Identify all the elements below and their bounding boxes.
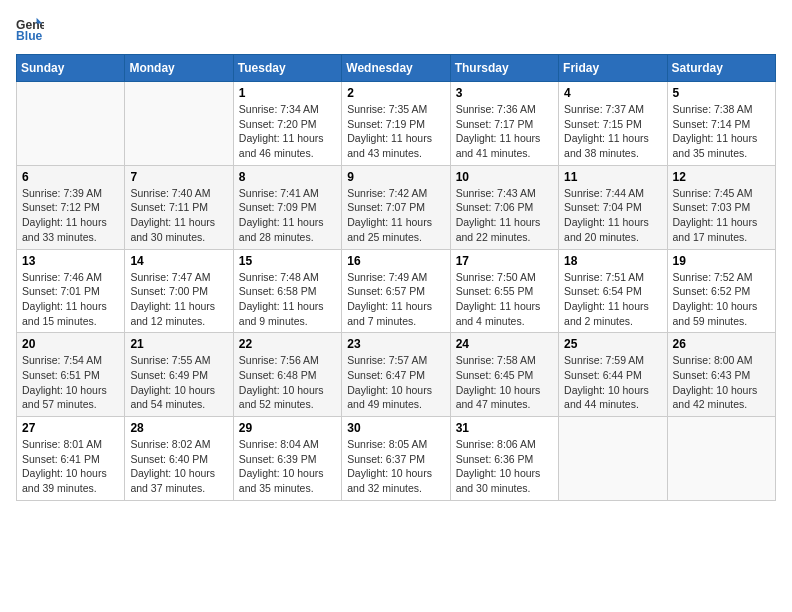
day-info: Sunrise: 7:58 AM Sunset: 6:45 PM Dayligh… <box>456 353 553 412</box>
calendar-cell: 22 Sunrise: 7:56 AM Sunset: 6:48 PM Dayl… <box>233 333 341 417</box>
sunset-time: Sunset: 7:04 PM <box>564 201 642 213</box>
day-number: 1 <box>239 86 336 100</box>
day-number: 10 <box>456 170 553 184</box>
sunrise-time: Sunrise: 7:39 AM <box>22 187 102 199</box>
logo-icon: General Blue <box>16 16 44 44</box>
day-info: Sunrise: 8:00 AM Sunset: 6:43 PM Dayligh… <box>673 353 770 412</box>
calendar-cell: 1 Sunrise: 7:34 AM Sunset: 7:20 PM Dayli… <box>233 82 341 166</box>
sunrise-time: Sunrise: 7:54 AM <box>22 354 102 366</box>
daylight-hours: Daylight: 11 hours and 28 minutes. <box>239 216 324 243</box>
daylight-hours: Daylight: 11 hours and 20 minutes. <box>564 216 649 243</box>
daylight-hours: Daylight: 10 hours and 42 minutes. <box>673 384 758 411</box>
day-number: 13 <box>22 254 119 268</box>
sunrise-time: Sunrise: 7:46 AM <box>22 271 102 283</box>
day-number: 16 <box>347 254 444 268</box>
sunrise-time: Sunrise: 7:36 AM <box>456 103 536 115</box>
calendar-cell: 8 Sunrise: 7:41 AM Sunset: 7:09 PM Dayli… <box>233 165 341 249</box>
daylight-hours: Daylight: 11 hours and 15 minutes. <box>22 300 107 327</box>
calendar-cell <box>125 82 233 166</box>
calendar-cell: 3 Sunrise: 7:36 AM Sunset: 7:17 PM Dayli… <box>450 82 558 166</box>
day-info: Sunrise: 7:34 AM Sunset: 7:20 PM Dayligh… <box>239 102 336 161</box>
sunrise-time: Sunrise: 7:43 AM <box>456 187 536 199</box>
day-number: 30 <box>347 421 444 435</box>
day-number: 5 <box>673 86 770 100</box>
weekday-header-saturday: Saturday <box>667 55 775 82</box>
daylight-hours: Daylight: 11 hours and 46 minutes. <box>239 132 324 159</box>
sunrise-time: Sunrise: 7:44 AM <box>564 187 644 199</box>
calendar-cell: 14 Sunrise: 7:47 AM Sunset: 7:00 PM Dayl… <box>125 249 233 333</box>
sunrise-time: Sunrise: 7:41 AM <box>239 187 319 199</box>
day-number: 12 <box>673 170 770 184</box>
daylight-hours: Daylight: 11 hours and 38 minutes. <box>564 132 649 159</box>
sunset-time: Sunset: 7:14 PM <box>673 118 751 130</box>
weekday-header-wednesday: Wednesday <box>342 55 450 82</box>
day-number: 14 <box>130 254 227 268</box>
calendar-cell: 4 Sunrise: 7:37 AM Sunset: 7:15 PM Dayli… <box>559 82 667 166</box>
calendar-cell: 24 Sunrise: 7:58 AM Sunset: 6:45 PM Dayl… <box>450 333 558 417</box>
daylight-hours: Daylight: 10 hours and 32 minutes. <box>347 467 432 494</box>
day-number: 18 <box>564 254 661 268</box>
sunset-time: Sunset: 7:12 PM <box>22 201 100 213</box>
daylight-hours: Daylight: 10 hours and 39 minutes. <box>22 467 107 494</box>
day-number: 23 <box>347 337 444 351</box>
day-info: Sunrise: 7:37 AM Sunset: 7:15 PM Dayligh… <box>564 102 661 161</box>
page-header: General Blue <box>16 16 776 44</box>
sunset-time: Sunset: 6:44 PM <box>564 369 642 381</box>
day-number: 2 <box>347 86 444 100</box>
day-info: Sunrise: 7:38 AM Sunset: 7:14 PM Dayligh… <box>673 102 770 161</box>
day-info: Sunrise: 7:52 AM Sunset: 6:52 PM Dayligh… <box>673 270 770 329</box>
day-number: 8 <box>239 170 336 184</box>
day-number: 19 <box>673 254 770 268</box>
daylight-hours: Daylight: 11 hours and 30 minutes. <box>130 216 215 243</box>
daylight-hours: Daylight: 11 hours and 7 minutes. <box>347 300 432 327</box>
sunset-time: Sunset: 6:40 PM <box>130 453 208 465</box>
calendar-cell: 5 Sunrise: 7:38 AM Sunset: 7:14 PM Dayli… <box>667 82 775 166</box>
sunrise-time: Sunrise: 8:00 AM <box>673 354 753 366</box>
calendar-cell: 15 Sunrise: 7:48 AM Sunset: 6:58 PM Dayl… <box>233 249 341 333</box>
calendar-cell: 25 Sunrise: 7:59 AM Sunset: 6:44 PM Dayl… <box>559 333 667 417</box>
day-number: 20 <box>22 337 119 351</box>
logo: General Blue <box>16 16 44 44</box>
sunset-time: Sunset: 7:00 PM <box>130 285 208 297</box>
day-info: Sunrise: 8:06 AM Sunset: 6:36 PM Dayligh… <box>456 437 553 496</box>
sunrise-time: Sunrise: 8:02 AM <box>130 438 210 450</box>
day-number: 31 <box>456 421 553 435</box>
sunset-time: Sunset: 6:55 PM <box>456 285 534 297</box>
daylight-hours: Daylight: 10 hours and 47 minutes. <box>456 384 541 411</box>
daylight-hours: Daylight: 11 hours and 9 minutes. <box>239 300 324 327</box>
day-info: Sunrise: 7:45 AM Sunset: 7:03 PM Dayligh… <box>673 186 770 245</box>
sunrise-time: Sunrise: 8:04 AM <box>239 438 319 450</box>
daylight-hours: Daylight: 10 hours and 49 minutes. <box>347 384 432 411</box>
day-number: 29 <box>239 421 336 435</box>
calendar-week-1: 1 Sunrise: 7:34 AM Sunset: 7:20 PM Dayli… <box>17 82 776 166</box>
calendar-cell: 18 Sunrise: 7:51 AM Sunset: 6:54 PM Dayl… <box>559 249 667 333</box>
daylight-hours: Daylight: 11 hours and 12 minutes. <box>130 300 215 327</box>
daylight-hours: Daylight: 10 hours and 54 minutes. <box>130 384 215 411</box>
sunset-time: Sunset: 6:36 PM <box>456 453 534 465</box>
calendar-cell: 30 Sunrise: 8:05 AM Sunset: 6:37 PM Dayl… <box>342 417 450 501</box>
weekday-header-thursday: Thursday <box>450 55 558 82</box>
day-info: Sunrise: 8:05 AM Sunset: 6:37 PM Dayligh… <box>347 437 444 496</box>
sunset-time: Sunset: 7:11 PM <box>130 201 208 213</box>
day-info: Sunrise: 7:49 AM Sunset: 6:57 PM Dayligh… <box>347 270 444 329</box>
calendar-cell: 13 Sunrise: 7:46 AM Sunset: 7:01 PM Dayl… <box>17 249 125 333</box>
calendar-cell: 6 Sunrise: 7:39 AM Sunset: 7:12 PM Dayli… <box>17 165 125 249</box>
sunset-time: Sunset: 6:41 PM <box>22 453 100 465</box>
weekday-header-monday: Monday <box>125 55 233 82</box>
sunrise-time: Sunrise: 7:45 AM <box>673 187 753 199</box>
sunrise-time: Sunrise: 7:52 AM <box>673 271 753 283</box>
sunrise-time: Sunrise: 7:50 AM <box>456 271 536 283</box>
day-info: Sunrise: 7:55 AM Sunset: 6:49 PM Dayligh… <box>130 353 227 412</box>
day-info: Sunrise: 7:56 AM Sunset: 6:48 PM Dayligh… <box>239 353 336 412</box>
calendar-cell: 2 Sunrise: 7:35 AM Sunset: 7:19 PM Dayli… <box>342 82 450 166</box>
day-info: Sunrise: 7:44 AM Sunset: 7:04 PM Dayligh… <box>564 186 661 245</box>
calendar-cell <box>559 417 667 501</box>
day-info: Sunrise: 7:42 AM Sunset: 7:07 PM Dayligh… <box>347 186 444 245</box>
sunset-time: Sunset: 6:54 PM <box>564 285 642 297</box>
daylight-hours: Daylight: 10 hours and 59 minutes. <box>673 300 758 327</box>
sunrise-time: Sunrise: 7:42 AM <box>347 187 427 199</box>
day-number: 7 <box>130 170 227 184</box>
sunset-time: Sunset: 6:52 PM <box>673 285 751 297</box>
calendar-cell: 29 Sunrise: 8:04 AM Sunset: 6:39 PM Dayl… <box>233 417 341 501</box>
calendar-cell: 16 Sunrise: 7:49 AM Sunset: 6:57 PM Dayl… <box>342 249 450 333</box>
